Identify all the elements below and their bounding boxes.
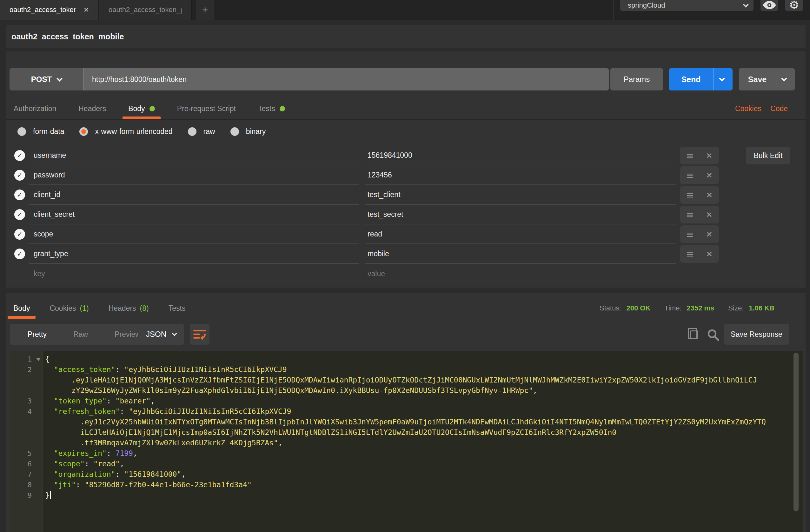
save-button[interactable]: Save: [739, 68, 795, 91]
divider: [713, 68, 713, 91]
response-tab-headers[interactable]: Headers(8): [107, 299, 150, 318]
param-key-field-empty[interactable]: key: [29, 264, 359, 284]
response-tab-tests[interactable]: Tests: [167, 299, 187, 318]
drag-handle-icon[interactable]: ≡: [680, 190, 699, 200]
status-badge: 200 OK: [626, 304, 650, 312]
cookies-link[interactable]: Cookies: [735, 104, 761, 113]
search-button[interactable]: [705, 327, 721, 343]
fold-caret-icon[interactable]: [36, 358, 40, 361]
tab-body[interactable]: Body: [127, 98, 156, 119]
drag-handle-icon[interactable]: ≡: [680, 209, 699, 220]
row-actions: ≡×: [680, 206, 719, 224]
body-type-radio-binary[interactable]: binary: [230, 127, 266, 136]
drag-handle-icon[interactable]: ≡: [680, 248, 699, 260]
param-key-field[interactable]: username: [29, 146, 359, 165]
params-button[interactable]: Params: [610, 68, 663, 91]
request-links: Cookies Code: [735, 98, 788, 119]
code-token: .eyJleHAiOjE1NjQ0MjA3MjcsInVzZXJfbmFtZSI…: [71, 376, 757, 384]
code-token: ,: [120, 460, 124, 468]
body-type-radio-raw[interactable]: raw: [188, 127, 215, 136]
wrap-text-button[interactable]: [190, 324, 210, 345]
checkbox-checked-icon[interactable]: ✓: [14, 209, 25, 220]
chevron-down-icon[interactable]: [719, 76, 725, 81]
param-value-field[interactable]: 15619841000: [365, 146, 676, 165]
code-line: zY29wZSI6WyJyZWFkIl0sIm9yZ2FuaXphdGlvbiI…: [10, 385, 803, 396]
line-number: [10, 438, 43, 448]
drag-handle-icon[interactable]: ≡: [680, 150, 699, 161]
code-line: 5 "expires_in": 7199,: [10, 448, 803, 459]
url-input[interactable]: http://host1:8000/oauth/token: [83, 68, 609, 91]
method-select[interactable]: POST: [10, 68, 83, 91]
tab-tests[interactable]: Tests: [257, 98, 286, 119]
body-type-radio-form-data[interactable]: form-data: [17, 127, 64, 136]
code-token: :: [120, 407, 129, 416]
checkbox-checked-icon[interactable]: ✓: [14, 190, 25, 200]
param-value-field-empty[interactable]: value: [365, 264, 676, 284]
send-button[interactable]: Send: [669, 68, 732, 91]
response-body-editor[interactable]: 1{2 "access_token": "eyJhbGciOiJIUzI1NiI…: [10, 351, 803, 532]
code-token: "15619841000": [124, 470, 181, 478]
param-key: client_id: [34, 191, 60, 199]
url-text: http://host1:8000/oauth/token: [92, 75, 187, 84]
param-key-field[interactable]: password: [29, 165, 359, 185]
radio-dot: [81, 129, 86, 134]
add-tab-button[interactable]: +: [196, 0, 214, 20]
line-number: 1: [10, 354, 43, 365]
view-mode-pretty[interactable]: Pretty: [14, 330, 60, 339]
time-label: Time:: [664, 304, 681, 312]
editor-tab[interactable]: oauth2_access_token_passv: [99, 0, 192, 20]
drag-handle-icon[interactable]: ≡: [680, 229, 699, 240]
response-tab-body[interactable]: Body: [12, 299, 31, 318]
url-row: POST http://host1:8000/oauth/token Param…: [6, 68, 806, 91]
param-key-field[interactable]: client_secret: [29, 205, 359, 224]
param-value: read: [368, 230, 382, 238]
code-text: "jti": "85296d87-f2b0-44e1-b66e-23e1ba1f…: [43, 480, 803, 490]
checkbox-checked-icon[interactable]: ✓: [14, 170, 25, 181]
code-token: "85296d87-f2b0-44e1-b66e-23e1ba1fd3a4": [85, 481, 252, 489]
param-value-field[interactable]: test_client: [365, 185, 676, 205]
line-number: 5: [10, 448, 43, 459]
remove-row-icon[interactable]: ×: [699, 248, 719, 259]
checkbox-checked-icon[interactable]: ✓: [14, 150, 25, 161]
param-value-field[interactable]: 123456: [365, 165, 676, 185]
param-key-field[interactable]: grant_type: [29, 244, 359, 264]
bulk-edit-button[interactable]: Bulk Edit: [746, 147, 790, 164]
drag-handle-icon[interactable]: ≡: [680, 170, 699, 181]
editor-scrollbar[interactable]: [794, 353, 798, 511]
row-actions: ≡×: [680, 186, 719, 204]
chevron-down-icon[interactable]: [781, 76, 787, 81]
response-tab-cookies[interactable]: Cookies(1): [48, 299, 90, 318]
tab-pre-request-script[interactable]: Pre-request Script: [176, 98, 237, 119]
param-key-field[interactable]: scope: [29, 224, 359, 244]
body-type-radio-x-www-form-urlencoded[interactable]: x-www-form-urlencoded: [79, 127, 172, 136]
settings-button[interactable]: ⚙: [785, 0, 803, 11]
close-icon[interactable]: ×: [84, 5, 89, 14]
response-tabs: BodyCookies(1)Headers(8)Tests: [12, 299, 187, 318]
checkbox-checked-icon[interactable]: ✓: [14, 248, 25, 259]
environment-select[interactable]: springCloud: [620, 0, 754, 11]
tab-label: Tests: [258, 104, 275, 113]
param-value: test_secret: [368, 210, 403, 219]
remove-row-icon[interactable]: ×: [699, 170, 719, 181]
remove-row-icon[interactable]: ×: [699, 229, 719, 240]
param-key-field[interactable]: client_id: [29, 185, 359, 205]
remove-row-icon[interactable]: ×: [699, 190, 719, 200]
remove-row-icon[interactable]: ×: [699, 209, 719, 220]
save-response-button[interactable]: Save Response: [724, 324, 789, 345]
tab-authorization[interactable]: Authorization: [12, 98, 58, 119]
format-select[interactable]: JSON: [138, 324, 184, 345]
checkbox-checked-icon[interactable]: ✓: [14, 229, 25, 240]
code-link[interactable]: Code: [770, 104, 788, 113]
environment-quicklook-button[interactable]: [761, 0, 778, 11]
param-value-field[interactable]: read: [365, 224, 676, 244]
eye-icon: [762, 0, 777, 10]
remove-row-icon[interactable]: ×: [699, 150, 719, 161]
view-mode-raw[interactable]: Raw: [60, 330, 101, 339]
code-line: 3 "token_type": "bearer",: [10, 396, 803, 406]
copy-button[interactable]: [687, 327, 701, 342]
tab-headers[interactable]: Headers: [77, 98, 107, 119]
editor-tab[interactable]: oauth2_access_token_×: [0, 0, 99, 20]
param-value-field[interactable]: test_secret: [365, 205, 676, 224]
param-value-field[interactable]: mobile: [365, 244, 676, 264]
code-token: }: [45, 491, 49, 499]
